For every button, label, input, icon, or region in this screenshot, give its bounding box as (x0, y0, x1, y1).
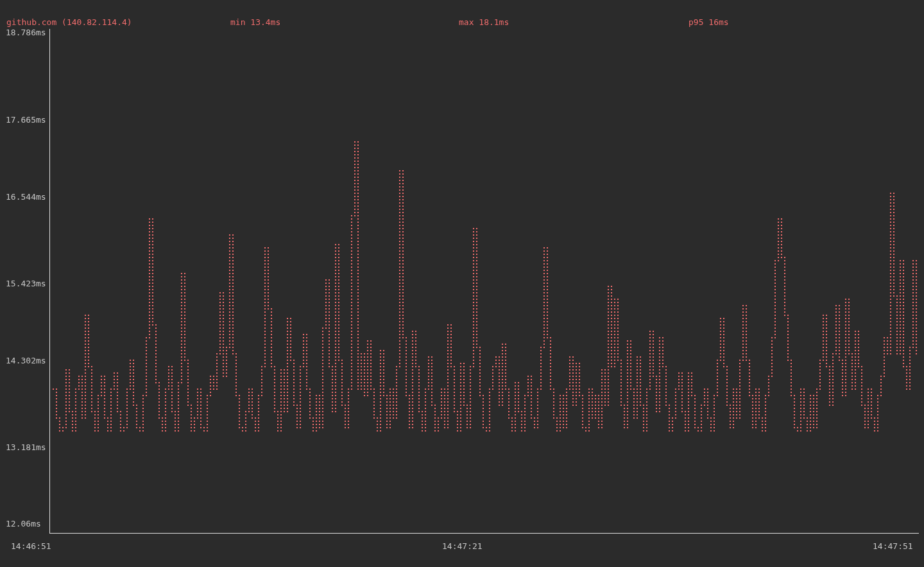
stat-max-label: max 18.1ms (459, 17, 509, 28)
x-tick-label-middle: 14:47:21 (442, 541, 483, 552)
ping-graph-terminal: github.com (140.82.114.4) min 13.4ms max… (0, 0, 924, 567)
y-tick-label: 16.544ms (6, 191, 46, 202)
y-tick-label: 13.181ms (6, 442, 46, 453)
target-host-label: github.com (140.82.114.4) (6, 17, 132, 28)
y-tick-label: 18.786ms (6, 27, 46, 38)
x-tick-label-start: 14:46:51 (11, 541, 51, 552)
stat-p95-label: p95 16ms (689, 17, 729, 28)
x-axis-line (49, 533, 919, 534)
y-axis-line (49, 29, 50, 534)
y-tick-label: 15.423ms (6, 278, 46, 289)
y-tick-label: 14.302ms (6, 355, 46, 366)
latency-plot-canvas (0, 0, 924, 567)
x-tick-label-end: 14:47:51 (873, 541, 913, 552)
y-tick-label: 12.06ms (6, 518, 41, 529)
y-tick-label: 17.665ms (6, 114, 46, 125)
stat-min-label: min 13.4ms (230, 17, 280, 28)
